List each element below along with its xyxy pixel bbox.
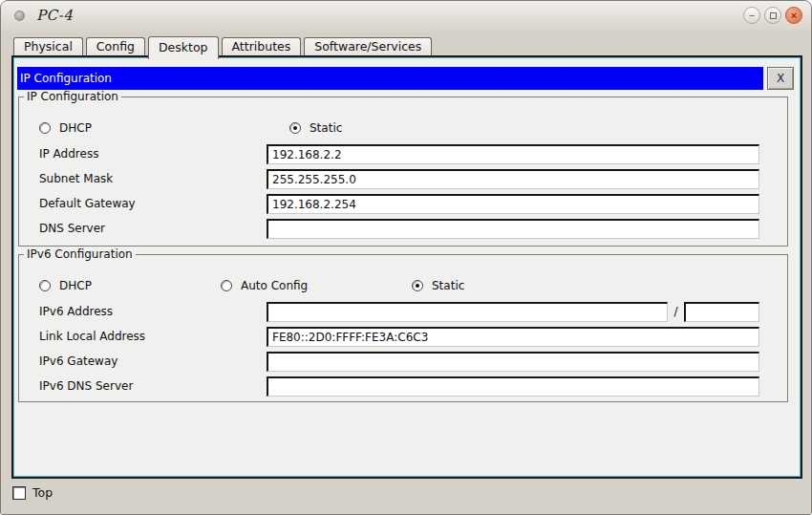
ipv4-static-radio[interactable]: Static <box>289 121 342 135</box>
app-close-button[interactable]: X <box>767 67 794 90</box>
ipv4-fields: IP AddressSubnet MaskDefault GatewayDNS … <box>19 141 787 241</box>
footer-bar: Top <box>1 479 811 514</box>
ipv6-mode-radio-row: DHCPAuto ConfigStatic <box>19 274 787 297</box>
close-icon[interactable]: × <box>785 7 802 24</box>
ip-configuration-legend: IP Configuration <box>24 90 121 103</box>
window-controls: − × <box>743 7 802 24</box>
maximize-icon[interactable] <box>764 7 781 24</box>
ipv6-ipv6-address-row: IPv6 Address/ <box>19 299 787 324</box>
ipv6-ipv6-gateway-row: IPv6 Gateway <box>19 349 787 374</box>
dns-server-input[interactable] <box>267 219 759 239</box>
desktop-panel: IP Configuration X IP Configuration DHCP… <box>11 55 802 479</box>
radio-icon[interactable] <box>39 122 51 134</box>
prefix-separator: / <box>668 305 684 318</box>
ipv6-address-input[interactable] <box>267 302 668 322</box>
radio-label: Static <box>310 121 342 135</box>
radio-label: Static <box>432 279 464 292</box>
ipv6-link-local-address-row: Link Local Address <box>19 324 787 349</box>
radio-label: DHCP <box>59 279 92 292</box>
device-window: PC-4 − × PhysicalConfigDesktopAttributes… <box>0 0 812 515</box>
tab-attributes[interactable]: Attributes <box>222 37 302 55</box>
top-checkbox-label: Top <box>32 485 53 500</box>
ipv6-dhcp-radio[interactable]: DHCP <box>39 279 92 292</box>
ipv6-address-prefix-input[interactable] <box>684 302 759 322</box>
link-local-address-input[interactable] <box>267 327 759 347</box>
tab-software-services[interactable]: Software/Services <box>304 37 432 55</box>
subnet-mask-label: Subnet Mask <box>19 172 267 185</box>
dns-server-label: DNS Server <box>19 222 267 235</box>
ipv6-configuration-group: IPv6 Configuration DHCPAuto ConfigStatic… <box>18 247 788 402</box>
ipv6-gateway-input[interactable] <box>267 352 759 372</box>
os-titlebar: PC-4 − × <box>1 1 811 33</box>
ipv6-dns-server-label: IPv6 DNS Server <box>19 379 267 393</box>
ipv4-subnet-mask-row: Subnet Mask <box>19 166 787 191</box>
radio-icon[interactable] <box>221 280 232 291</box>
minimize-icon[interactable]: − <box>743 7 760 24</box>
ipv6-fields: IPv6 Address/Link Local AddressIPv6 Gate… <box>19 299 787 398</box>
default-gateway-input[interactable] <box>267 194 759 214</box>
app-title: IP Configuration <box>17 67 763 90</box>
ipv6-static-radio[interactable]: Static <box>412 279 464 292</box>
top-checkbox[interactable] <box>12 486 26 500</box>
ipv4-mode-radio-row: DHCPStatic <box>19 117 787 139</box>
ipv6-auto-config-radio[interactable]: Auto Config <box>221 279 308 292</box>
link-local-address-label: Link Local Address <box>19 330 267 343</box>
ipv4-dns-server-row: DNS Server <box>19 216 787 241</box>
radio-icon[interactable] <box>412 280 423 291</box>
ip-address-input[interactable] <box>267 144 759 164</box>
window-icon <box>14 11 25 21</box>
ipv6-address-label: IPv6 Address <box>19 305 267 318</box>
ipv4-dhcp-radio[interactable]: DHCP <box>39 121 92 135</box>
ipv4-ip-address-row: IP Address <box>19 141 787 166</box>
radio-icon[interactable] <box>39 280 51 291</box>
ip-address-label: IP Address <box>19 147 267 161</box>
ipv6-ipv6-dns-server-row: IPv6 DNS Server <box>19 374 787 398</box>
tab-desktop[interactable]: Desktop <box>148 36 219 59</box>
tab-physical[interactable]: Physical <box>13 37 83 55</box>
default-gateway-label: Default Gateway <box>19 197 267 210</box>
app-titlebar: IP Configuration X <box>17 67 794 90</box>
radio-icon[interactable] <box>289 122 301 134</box>
ipv4-default-gateway-row: Default Gateway <box>19 191 787 216</box>
maximize-glyph <box>770 12 777 19</box>
radio-label: DHCP <box>59 121 92 135</box>
ipv6-gateway-label: IPv6 Gateway <box>19 354 267 368</box>
subnet-mask-input[interactable] <box>267 169 759 189</box>
tab-config[interactable]: Config <box>86 37 145 55</box>
ipv6-configuration-legend: IPv6 Configuration <box>24 247 136 261</box>
tab-bar: PhysicalConfigDesktopAttributesSoftware/… <box>13 37 432 55</box>
ip-configuration-group: IP Configuration DHCPStatic IP AddressSu… <box>18 90 788 247</box>
ipv6-dns-server-input[interactable] <box>267 376 759 397</box>
radio-label: Auto Config <box>241 279 308 292</box>
window-title: PC-4 <box>36 7 73 24</box>
